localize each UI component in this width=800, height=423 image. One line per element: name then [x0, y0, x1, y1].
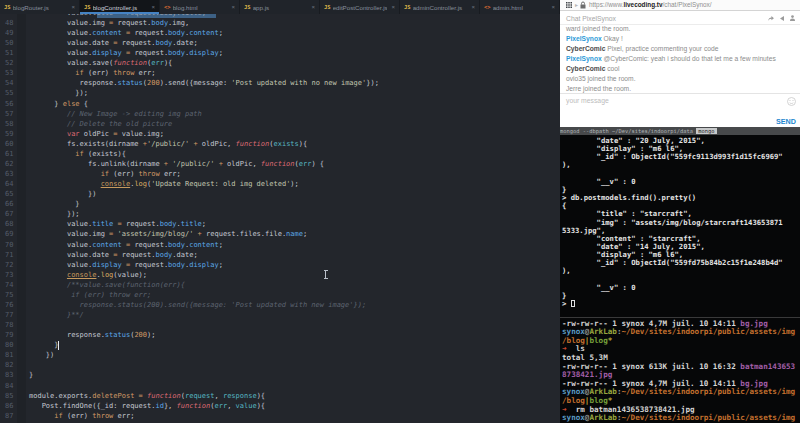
chat-username[interactable]: PixelSynox — [566, 55, 602, 62]
line-number: 82 — [0, 360, 14, 370]
line-number: 64 — [0, 179, 14, 189]
user-icon[interactable] — [790, 15, 795, 21]
code-editor-pane: JSblogRouter.js×JSblogController.js×<>bl… — [0, 0, 560, 423]
code-line-66: 66 } — [0, 199, 80, 209]
line-number: 50 — [0, 38, 14, 48]
code-token: } — [29, 341, 59, 349]
line-number: 73 — [0, 270, 14, 280]
shell-segment: ~/Dev/sites/indoorpi/public/assets/img — [621, 413, 795, 422]
code-line-74: 74 /**value.save(function(err){ — [0, 280, 185, 290]
shell-terminal-line: synox@ArkLab:~/Dev/sites/indoorpi/public… — [562, 414, 795, 423]
chevron-right-icon: ▸ — [575, 1, 578, 8]
tab-close-icon[interactable]: × — [551, 4, 555, 10]
code-token: module.exports. — [29, 392, 92, 400]
code-token: request. — [122, 220, 160, 228]
lock-icon[interactable] — [580, 1, 586, 9]
code-token: err — [299, 160, 312, 168]
code-token: 'assets/img/blog/' — [118, 230, 194, 238]
url-text[interactable]: https://www.livecoding.tv/chat/PixelSyno… — [589, 1, 712, 8]
chat-input[interactable]: your message — [560, 93, 800, 115]
editor-tab-bar: JSblogRouter.js×JSblogController.js×<>bl… — [0, 0, 560, 14]
code-token: .date; — [172, 251, 197, 259]
code-line-87: 87 if (err) throw err; — [0, 411, 134, 421]
code-token: { — [80, 100, 88, 108]
send-button[interactable]: SEND — [776, 117, 796, 126]
code-token: request. — [118, 251, 156, 259]
mongo-terminal-line: "_id" : ObjectId("559fc9113d993f1d15fc69… — [562, 153, 783, 161]
shell-terminal[interactable]: -rw-rw-r-- 1 synox 4,7M juil. 10 14:11 b… — [560, 317, 800, 423]
code-token: log — [101, 271, 114, 279]
line-number: 77 — [0, 310, 14, 320]
code-token — [29, 170, 101, 178]
code-token: request. — [118, 39, 156, 47]
code-token — [29, 150, 75, 158]
code-token: Post.findOne({_id: request. — [29, 402, 155, 410]
js-file-icon: JS — [244, 4, 251, 10]
code-token: log — [134, 180, 147, 188]
tab-close-icon[interactable]: × — [391, 4, 395, 10]
code-token: }**/ — [29, 311, 84, 319]
editor-tab-blogRouter.js[interactable]: JSblogRouter.js× — [0, 0, 80, 14]
code-token: body — [155, 39, 172, 47]
editor-tab-blogController.js[interactable]: JSblogController.js× — [80, 0, 160, 14]
tab-label: app.js — [253, 4, 308, 11]
code-editor[interactable]: value.title = request.body.title, 48 val… — [0, 14, 560, 423]
code-token: response. — [29, 331, 105, 339]
chat-header: Chat PixelSynox — [560, 11, 800, 25]
code-token: (exists){ — [84, 150, 126, 158]
code-token: request. — [130, 49, 168, 57]
code-token: function — [236, 140, 270, 148]
code-token: ); — [147, 331, 155, 339]
code-token: ).send({message: — [160, 79, 232, 87]
code-token: oldPic, — [223, 160, 261, 168]
code-token: title — [92, 220, 113, 228]
editor-tab-blog.html[interactable]: <>blog.html× — [160, 0, 240, 14]
text-cursor — [58, 341, 59, 350]
smiley-icon[interactable] — [787, 97, 796, 106]
tab-label: admin.html — [493, 4, 548, 11]
url-path: /chat/PixelSynox/ — [663, 1, 712, 8]
code-token: id — [155, 402, 163, 410]
editor-tab-adminController.js[interactable]: JSadminController.js× — [400, 0, 480, 14]
code-line-65: 65 }) — [0, 189, 96, 199]
chat-user-message: CyberComic Pixel, practice commenting yo… — [566, 45, 718, 52]
code-token: ; — [219, 49, 223, 57]
chat-username[interactable]: CyberComic — [566, 45, 605, 52]
browser-address-bar[interactable]: ▸ https://www.livecoding.tv/chat/PixelSy… — [560, 0, 800, 11]
code-token: .img, — [168, 19, 189, 27]
tab-close-icon[interactable]: × — [471, 4, 475, 10]
editor-tab-admin.html[interactable]: <>admin.html× — [480, 0, 560, 14]
code-token: ; — [219, 261, 223, 269]
code-token: status — [105, 331, 130, 339]
code-token: console — [67, 271, 97, 279]
apps-grid-icon[interactable] — [566, 2, 572, 8]
code-token: ; — [219, 29, 223, 37]
code-line-63: 63 if (err) throw err; — [0, 169, 181, 179]
code-token: fs.unlink(dirname — [29, 160, 164, 168]
collapse-arrow-icon[interactable] — [780, 16, 784, 21]
tab-close-icon[interactable]: × — [311, 4, 315, 10]
html-file-icon: <> — [484, 4, 491, 10]
code-token: exists — [273, 140, 298, 148]
code-token: display — [189, 261, 219, 269]
tab-close-icon[interactable]: × — [231, 4, 235, 10]
code-token: response — [223, 392, 257, 400]
code-token: value.date — [29, 39, 113, 47]
mongo-terminal[interactable]: "date" : "20 July, 2015", "display" : "m… — [560, 135, 800, 317]
code-token: ; — [202, 220, 206, 228]
tab-close-icon[interactable]: × — [151, 4, 155, 10]
chat-username[interactable]: CyberComic — [566, 65, 605, 72]
chat-username[interactable]: PixelSynox — [566, 35, 602, 42]
share-icon[interactable] — [768, 16, 774, 21]
shell-segment: * — [608, 336, 613, 345]
code-line-72: 72 value.display = request.body.display; — [0, 260, 223, 270]
code-token: , — [227, 402, 235, 410]
code-token: err; — [160, 170, 181, 178]
code-token: content — [189, 29, 219, 37]
line-number: 78 — [0, 320, 14, 330]
code-token: err — [214, 402, 227, 410]
tab-close-icon[interactable]: × — [71, 4, 75, 10]
code-line-75: 75 if (err) throw err; — [0, 290, 151, 300]
editor-tab-app.js[interactable]: JSapp.js× — [240, 0, 320, 14]
editor-tab-editPostController.js[interactable]: JSeditPostController.js× — [320, 0, 400, 14]
